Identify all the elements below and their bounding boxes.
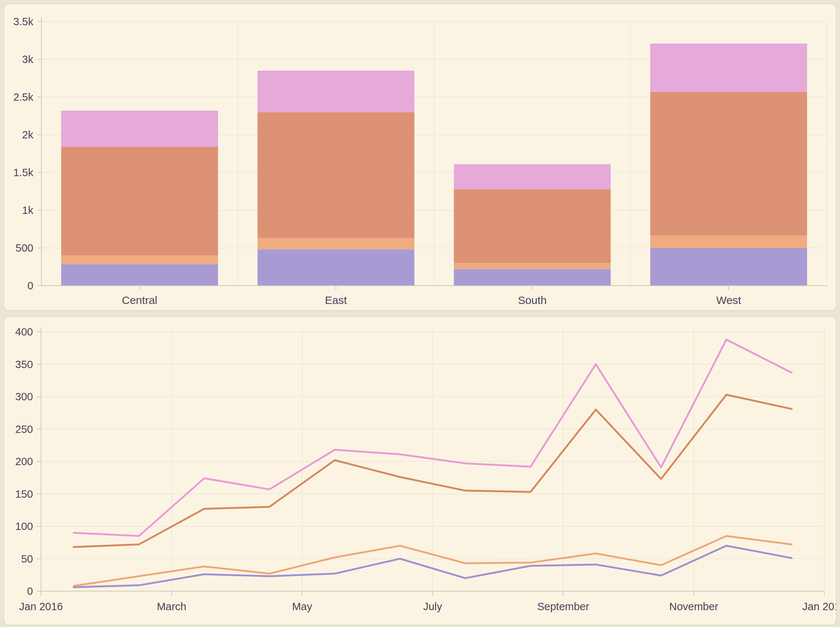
x-tick-label: September xyxy=(537,601,589,612)
x-tick-label: Jan 2017 xyxy=(802,601,836,612)
bar-segment-orange-series xyxy=(257,238,415,249)
bar-segment-orange-series xyxy=(454,263,611,269)
x-tick-label: May xyxy=(292,601,312,612)
x-tick-label: March xyxy=(157,601,186,612)
y-tick-label: 0 xyxy=(27,585,33,597)
category-label: South xyxy=(518,294,546,306)
bar-segment-pink-series xyxy=(257,71,415,112)
y-tick-label: 1k xyxy=(22,204,33,216)
stacked-bar-chart-card: 05001k1.5k2k2.5k3k3.5kCentralEastSouthWe… xyxy=(4,4,836,310)
category-label: Central xyxy=(122,294,158,306)
category-label: West xyxy=(716,294,741,306)
bar-segment-purple-series xyxy=(257,249,415,286)
x-tick-label: July xyxy=(423,601,442,612)
y-tick-label: 250 xyxy=(16,423,33,435)
y-tick-label: 0 xyxy=(27,280,33,291)
y-tick-label: 2k xyxy=(22,129,33,141)
y-tick-label: 500 xyxy=(16,242,33,254)
y-tick-label: 3.5k xyxy=(13,16,33,27)
bar-segment-purple-series xyxy=(454,269,611,286)
bar-segment-pink-series xyxy=(650,44,807,92)
x-tick-label: Jan 2016 xyxy=(19,601,63,612)
line-chart-card: 050100150200250300350400Jan 2016MarchMay… xyxy=(4,317,836,625)
y-tick-label: 2.5k xyxy=(13,91,33,103)
y-tick-label: 1.5k xyxy=(13,167,33,178)
bar-segment-orange-series xyxy=(650,235,807,248)
x-tick-label: November xyxy=(669,601,718,612)
bar-segment-purple-series xyxy=(61,264,218,286)
bar-segment-salmon-series xyxy=(257,112,415,238)
y-tick-label: 150 xyxy=(16,488,33,500)
bar-segment-pink-series xyxy=(454,164,611,189)
bar-segment-salmon-series xyxy=(61,147,218,256)
y-tick-label: 400 xyxy=(16,326,33,338)
bar-segment-purple-series xyxy=(650,248,807,286)
bar-segment-pink-series xyxy=(61,110,218,147)
line-chart: 050100150200250300350400Jan 2016MarchMay… xyxy=(4,317,836,624)
bar-segment-salmon-series xyxy=(454,189,611,263)
category-label: East xyxy=(325,294,347,306)
bar-segment-salmon-series xyxy=(650,92,807,235)
y-tick-label: 200 xyxy=(16,455,33,467)
y-tick-label: 350 xyxy=(16,359,33,370)
y-tick-label: 3k xyxy=(22,54,33,65)
y-tick-label: 300 xyxy=(16,391,33,402)
y-tick-label: 100 xyxy=(16,520,33,532)
bar-segment-orange-series xyxy=(61,256,218,265)
stacked-bar-chart: 05001k1.5k2k2.5k3k3.5kCentralEastSouthWe… xyxy=(4,4,836,309)
y-tick-label: 50 xyxy=(21,553,33,565)
